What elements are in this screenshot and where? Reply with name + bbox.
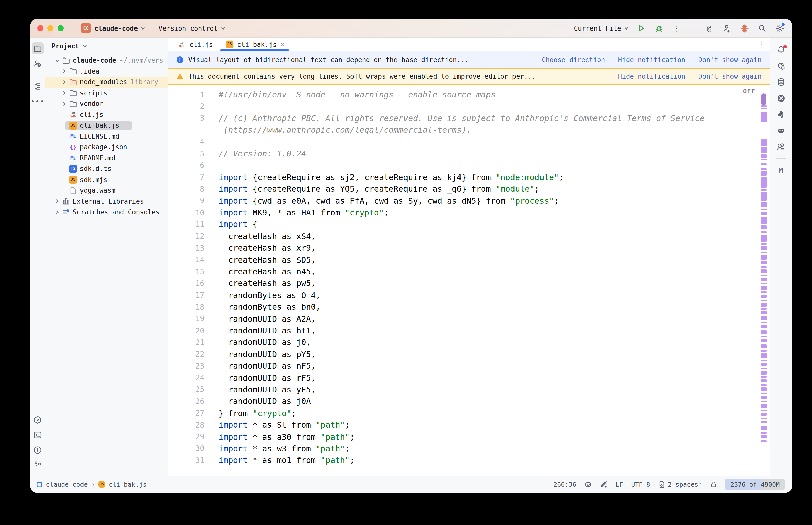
close-window-button[interactable] <box>38 25 43 31</box>
code-line: 18 randomBytes as bn0, <box>168 301 770 313</box>
indent-widget[interactable]: 2 spaces* <box>658 481 702 488</box>
chevron-right-icon[interactable] <box>60 91 69 95</box>
chevron-down-icon[interactable] <box>82 43 87 48</box>
code-with-me-icon[interactable]: @ <box>704 23 714 33</box>
run-button[interactable] <box>636 23 647 33</box>
banner-link-don-t-show-again[interactable]: Don't show again <box>698 56 762 63</box>
more-actions-kebab[interactable]: ⋮ <box>672 23 682 33</box>
code-line: 30import * as w3 from "path"; <box>168 442 770 454</box>
vcs-change-marker <box>761 108 767 109</box>
code-line: 3// (c) Anthropic PBC. All rights reserv… <box>168 112 770 124</box>
tree-item-README.md[interactable]: M↓README.md <box>45 153 167 163</box>
tree-item-cli.js[interactable]: 10OJScli.js <box>45 109 167 120</box>
tree-item-claude-code[interactable]: claude-code~/.nvm/vers <box>45 55 167 66</box>
project-widget[interactable]: claude-code <box>94 25 145 32</box>
chevron-right-icon[interactable] <box>60 69 69 74</box>
tree-item-package.json[interactable]: {}package.json <box>45 142 167 153</box>
ai-assistant-icon <box>777 61 785 71</box>
editor-area: 10OJScli.jsJScli-bak.js×⋮ Visual layout … <box>168 38 770 476</box>
tool-window-button-people-chat[interactable] <box>775 141 787 153</box>
breadcrumb-file[interactable]: cli-bak.js <box>109 481 147 488</box>
tree-item-External Libraries[interactable]: External Libraries <box>45 196 167 207</box>
editor-tab-cli-bak.js[interactable]: JScli-bak.js× <box>219 38 291 51</box>
tree-item-Scratches and Consoles[interactable]: Scratches and Consoles <box>45 207 167 217</box>
editor-tab-cli.js[interactable]: 10OJScli.js <box>171 38 219 51</box>
banner-link-hide-notification[interactable]: Hide notification <box>618 73 685 80</box>
tree-item-sdk.d.ts[interactable]: TSsdk.d.ts <box>45 163 167 174</box>
line-number: 2 <box>168 102 219 111</box>
tool-window-button-git-branch[interactable] <box>31 459 44 471</box>
lock-open-icon[interactable] <box>710 481 717 488</box>
encoding-widget[interactable]: UTF-8 <box>631 481 650 488</box>
code-line: 17 randomBytes as O_4, <box>168 289 770 301</box>
tab-label: cli.js <box>189 41 213 48</box>
settings-gear-icon[interactable] <box>774 23 785 33</box>
tool-window-button-ai-assistant[interactable] <box>775 60 787 72</box>
tool-window-button-database[interactable] <box>775 76 787 88</box>
info-icon <box>176 56 184 63</box>
notifications-icon <box>777 45 785 55</box>
debug-button[interactable] <box>654 23 664 33</box>
claude-burst-icon[interactable] <box>739 23 750 33</box>
tool-window-button-vcs-user[interactable]: ? <box>31 58 44 70</box>
tool-window-button-project[interactable] <box>31 42 44 55</box>
caret-position-widget[interactable]: 266:36 <box>553 481 576 488</box>
code-editor[interactable]: 1#!/usr/bin/env -S node --no-warnings --… <box>168 85 770 476</box>
tool-window-button-notifications[interactable] <box>775 44 787 56</box>
memory-indicator[interactable]: 2376 of 4900M <box>725 479 785 490</box>
tool-window-button-services[interactable] <box>31 414 44 426</box>
tool-window-button-markdown-m[interactable]: M <box>775 164 787 177</box>
breadcrumb-project[interactable]: claude-code <box>46 481 88 488</box>
code-text: randomUUID as j0A <box>219 397 311 406</box>
banner-link-don-t-show-again[interactable]: Don't show again <box>698 73 762 80</box>
tree-item-yoga.wasm[interactable]: yoga.wasm <box>45 185 167 196</box>
copilot-status-icon[interactable] <box>584 481 592 488</box>
tool-window-button-more[interactable]: ••• <box>31 95 44 107</box>
tree-item-label: node_modules <box>80 78 127 86</box>
zoom-window-button[interactable] <box>58 25 63 31</box>
tab-close-icon[interactable]: × <box>281 41 284 48</box>
minimize-window-button[interactable] <box>47 25 54 31</box>
tree-item-vendor[interactable]: vendor <box>45 98 167 109</box>
tree-item-cli-bak.js[interactable]: JScli-bak.js <box>45 120 167 131</box>
readonly-pen-icon[interactable] <box>600 481 607 488</box>
banner-link-choose-direction[interactable]: Choose direction <box>542 56 605 63</box>
tab-list-kebab[interactable]: ⋮ <box>757 40 765 48</box>
chevron-right-icon[interactable] <box>60 101 69 106</box>
code-line: 12 createHash as xS4, <box>168 230 770 242</box>
tool-window-button-x-circle[interactable] <box>775 92 787 104</box>
line-number: 4 <box>168 137 219 147</box>
main-area: ?••• Project claude-code~/.nvm/vers.idea… <box>30 38 792 476</box>
vcs-widget[interactable]: Version control <box>159 25 225 32</box>
add-user-icon[interactable] <box>722 23 732 33</box>
tool-window-button-terminal[interactable] <box>31 429 44 441</box>
chevron-down-icon[interactable] <box>53 58 62 63</box>
tree-item-scripts[interactable]: scripts <box>45 88 167 98</box>
tool-window-button-robot[interactable] <box>775 124 787 137</box>
tree-item-sdk.mjs[interactable]: JSsdk.mjs <box>45 174 167 185</box>
code-text: // Version: 1.0.24 <box>219 149 306 159</box>
tool-window-button-plugin[interactable] <box>775 108 787 121</box>
tree-item-node_modules[interactable]: node_moduleslibrary <box>45 77 167 88</box>
vcs-change-marker <box>761 275 767 276</box>
soft-wrap-indicator[interactable]: OFF <box>743 88 755 95</box>
tree-item-.idea[interactable]: .idea <box>45 66 167 77</box>
chevron-right-icon[interactable] <box>60 80 69 85</box>
tree-item-label: sdk.mjs <box>80 176 107 183</box>
chevron-right-icon[interactable] <box>53 199 62 204</box>
run-configuration-selector[interactable]: Current File <box>574 25 629 32</box>
tree-item-LICENSE.md[interactable]: M↓LICENSE.md <box>45 131 167 142</box>
line-separator-widget[interactable]: LF <box>616 481 623 488</box>
svg-text:?: ? <box>38 63 40 67</box>
chevron-right-icon[interactable] <box>53 210 62 215</box>
search-everywhere-icon[interactable] <box>757 23 767 33</box>
vcs-change-marker <box>761 384 767 386</box>
tool-window-button-structure[interactable] <box>31 80 44 92</box>
claude-code-app-icon: CC <box>81 23 91 33</box>
vcs-change-marker <box>761 168 767 170</box>
scrollbar-thumb[interactable] <box>761 93 766 105</box>
error-stripe-scrollbar[interactable] <box>759 85 768 476</box>
tool-window-button-problems[interactable] <box>31 444 44 456</box>
code-text: randomUUID as j0, <box>219 338 311 347</box>
banner-link-hide-notification[interactable]: Hide notification <box>618 56 685 63</box>
